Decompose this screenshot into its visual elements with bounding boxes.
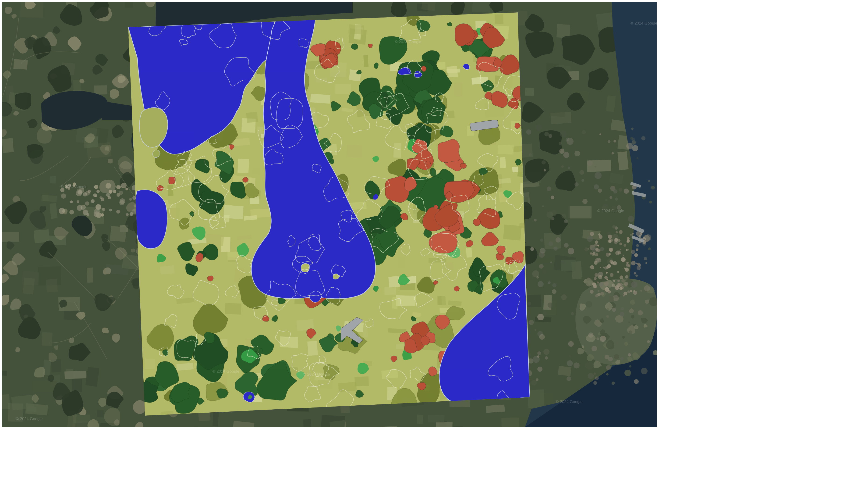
svg-text:© 2024 Google: © 2024 Google [630,21,657,26]
svg-text:© 2024 Google: © 2024 Google [395,40,422,44]
svg-text:© 2024 Google: © 2024 Google [556,399,583,404]
svg-text:© 2024 Google: © 2024 Google [213,369,239,373]
svg-text:© 2024 Google: © 2024 Google [61,185,88,189]
svg-text:© 2024 Google: © 2024 Google [597,209,624,213]
svg-text:© 2024 Google: © 2024 Google [303,372,330,376]
svg-text:© 2024 Google: © 2024 Google [16,417,43,421]
